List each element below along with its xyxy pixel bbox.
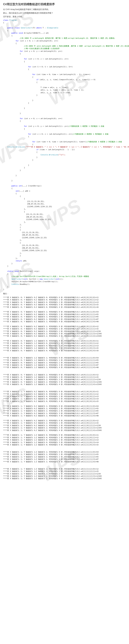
data-row-2: {98,87,65,54,55}, [27,203,45,205]
if-cond: (a4[x, y, z, time].CompareTo(a4[x, y, z,… [40,78,96,81]
kw-public-void: public void [12,32,23,34]
comment-main: //Array.Sort(SortGInt2D.Creat2DArray());… [12,276,89,278]
if-time: (time > (a4.GetLength(3) - 1 - 1)) [40,148,75,151]
data-row-7: {12,11,13,16,15}, [22,232,40,234]
for5-cond: (int time = 0; time < (a4.GetLength(3) -… [36,74,90,76]
intro-line-3: 话不多说，直接上代码。 [3,15,126,18]
code-block: class Program { public class GenericSort… [3,19,126,291]
comment-match-1: //与数组的第 1 维度第 1 列匹配的 1 的值 [68,125,104,127]
data-row-4: {12,11,13,16,15}, [26,213,44,215]
method-param: (T[,,,] a4) [38,32,49,34]
data-row-6: {12345,23345,1234,12,15} [26,218,51,220]
data-row-3: {12345,23345,1234,12,15} [27,206,52,208]
comment-match-2: //与数组的第 2 维度第 1 列匹配的 1 的值 [73,133,108,135]
main-param: (string[] args) [24,270,40,272]
cls-genericsort: GenericSort [21,27,32,29]
article-content: C#用泛型方法对四维数组进行四维度排序 在 C#中 Array.Sort()函的… [0,0,129,482]
item-1: T item = a4[x, y, z, time]; [40,86,68,88]
comment-2: //在.SDK6 中 a[n].GetLength 是第 n 列的元素数量，属于… [24,45,129,47]
for2-cond: (int y = 0; y < a4.GetLength(3); y++) [24,50,62,52]
kw-public: public [12,185,18,187]
write-string: ("****四 X 轴坐标为：" + (x) + "; Y 轴坐标为" + (y… [25,146,129,148]
kw-int: int [19,185,22,187]
data-row-9: {12345,23345,1234,12,15} [22,237,47,239]
data-row-1: {12,11,13,16,15}, [27,200,45,202]
for1-cond: (int x = 0; x < a4.GetLength(0); x++) [20,40,58,42]
console-write: Console.WriteLine [8,146,25,148]
data-row-8: {98,87,65,54,55}, [22,234,40,236]
comment-1: //在.SDK6 中 a.GetLength 是列的计算，属于第 1 维度;ar… [20,37,115,39]
cls-icomparable: IComparable [47,27,58,29]
kw-class: class [3,19,8,21]
creat-method: CreatDArray() [28,185,42,187]
kw-public-class: public class [8,27,20,29]
cls-program: Program [10,19,17,21]
sortint-call: SortInt.ArraySort4D4W(SortInt.CreatDArra… [12,280,58,282]
data-row-12: {12345,23345,1234,12,15} [22,250,47,252]
item-2: a4[x, y, z, time] = a4[x, y, z, time + 1… [40,89,84,91]
item-3: a4[x, y, z, time + 1] = item; [40,92,70,94]
for3-cond: (int z = 0; z < (a4.GetLength(2)); z++) [28,58,68,60]
write-newline: ("\n"); [58,154,66,156]
kw-for-1: for [16,40,19,42]
data-row-10: {12,11,13,16,15}, [22,244,40,246]
for4-cond: (int S = 0; S < (a4.GetLength(3)); S++) [32,66,73,68]
main-method: Main [20,270,24,272]
data-row-5: {98,87,65,54,55}, [26,216,44,218]
data-row-11: {98,87,65,54,55}, [22,247,40,249]
output-title: 输出： [3,292,126,295]
kw-static-void: static void [8,270,19,272]
comment-3: //每一行的元素进行(其元素数量-1)次的排序 [24,48,60,50]
article-title: C#用泛型方法对四维数组进行四维度排序 [3,2,126,6]
intro-line-2: 那么，我们应该怎么对 C#中的四维数组进行四维度排序呢？ [3,12,126,14]
comment-match-3: //与数组的第 3 维度第 2 列匹配的 1 的值 [86,141,122,143]
kw-where: where [36,27,42,29]
intro-line-1: 在 C#中 Array.Sort()函的是不能对二维数组进行排序的。 [3,8,126,11]
method-name: ArraySort4D4W [24,32,37,34]
output-block: ****四 X 轴坐标为：0; Y 轴坐标为 0;Z 轴坐标为 0; 时间间隔为… [3,296,126,480]
